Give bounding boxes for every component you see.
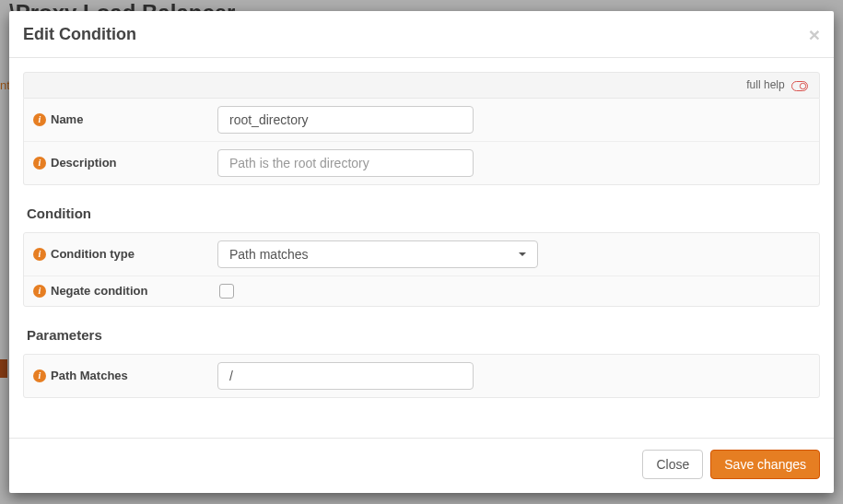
save-button[interactable]: Save changes <box>710 450 820 479</box>
info-icon[interactable]: i <box>33 157 46 170</box>
info-icon[interactable]: i <box>33 369 46 382</box>
path-matches-label: i Path Matches <box>33 369 217 382</box>
info-icon[interactable]: i <box>33 285 46 298</box>
negate-row: i Negate condition <box>24 276 819 306</box>
modal-header: Edit Condition × <box>9 11 834 58</box>
name-label: i Name <box>33 112 217 126</box>
close-button[interactable]: Close <box>642 450 703 479</box>
name-input[interactable] <box>217 106 474 134</box>
name-label-text: Name <box>51 112 83 126</box>
general-section: i Name i Description <box>23 99 820 185</box>
description-label: i Description <box>33 156 217 170</box>
svg-point-1 <box>800 83 805 88</box>
condition-type-value: Path matches <box>229 247 309 262</box>
path-matches-row: i Path Matches <box>24 355 819 397</box>
negate-checkbox[interactable] <box>219 284 234 299</box>
condition-type-label-text: Condition type <box>51 247 135 261</box>
edit-condition-modal: Edit Condition × full help i Name <box>9 11 834 493</box>
parameters-section-header: Parameters <box>23 307 820 354</box>
modal-body: full help i Name i <box>9 58 834 438</box>
info-icon[interactable]: i <box>33 113 46 126</box>
parameters-section: i Path Matches <box>23 354 820 398</box>
negate-label-text: Negate condition <box>51 284 147 298</box>
description-label-text: Description <box>51 156 117 170</box>
close-icon[interactable]: × <box>809 25 820 44</box>
chevron-down-icon <box>519 252 526 256</box>
condition-type-row: i Condition type Path matches <box>24 233 819 276</box>
condition-section: i Condition type Path matches i Negate c… <box>23 232 820 307</box>
full-help-label[interactable]: full help <box>746 78 784 91</box>
full-help-toggle-icon[interactable] <box>791 79 808 92</box>
name-row: i Name <box>24 99 819 142</box>
condition-section-header: Condition <box>23 185 820 232</box>
negate-label: i Negate condition <box>33 284 217 298</box>
description-input[interactable] <box>217 149 474 177</box>
path-matches-input[interactable] <box>217 362 474 390</box>
description-row: i Description <box>24 142 819 184</box>
modal-footer: Close Save changes <box>9 438 834 493</box>
help-bar: full help <box>23 72 820 99</box>
modal-title: Edit Condition <box>23 25 136 44</box>
condition-type-label: i Condition type <box>33 247 217 261</box>
info-icon[interactable]: i <box>33 248 46 261</box>
condition-type-select[interactable]: Path matches <box>217 240 538 268</box>
path-matches-label-text: Path Matches <box>51 369 128 382</box>
